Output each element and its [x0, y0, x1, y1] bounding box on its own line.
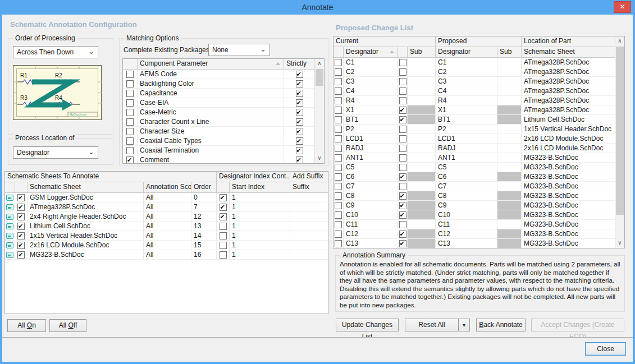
- row-select-checkbox[interactable]: [335, 202, 342, 209]
- change-row[interactable]: C2 C2 ATmega328P.SchDoc: [334, 67, 615, 77]
- sub-part-checkbox[interactable]: [399, 164, 406, 171]
- proposed-sub-column-header[interactable]: Sub: [497, 47, 522, 57]
- param-strictly-checkbox[interactable]: [296, 90, 303, 97]
- reset-all-dropdown-icon[interactable]: ▾: [458, 319, 469, 331]
- param-table-row[interactable]: Backlighting Color: [123, 79, 314, 89]
- reset-all-button[interactable]: Reset All ▾: [405, 319, 470, 331]
- sub-part-checkbox[interactable]: [399, 87, 406, 95]
- change-row[interactable]: C9 C9 MG323-B.SchDoc: [334, 201, 615, 210]
- change-row[interactable]: C7 C7 MG323-B.SchDoc: [334, 182, 615, 191]
- param-strictly-checkbox[interactable]: [296, 80, 303, 87]
- current-designator-column-header[interactable]: Designator: [344, 47, 398, 57]
- param-use-checkbox[interactable]: [126, 109, 134, 116]
- close-icon[interactable]: ✕: [614, 1, 631, 13]
- change-row[interactable]: X1 X1 ATmega328P.SchDoc: [334, 105, 615, 115]
- sub-part-checkbox[interactable]: [399, 59, 406, 66]
- row-select-checkbox[interactable]: [335, 107, 342, 114]
- change-row[interactable]: R4 R4 ATmega328P.SchDoc: [334, 96, 615, 105]
- proposed-designator-column-header[interactable]: Designator: [436, 47, 497, 57]
- row-select-checkbox[interactable]: [335, 97, 342, 104]
- change-row[interactable]: C5 C5 MG323-B.SchDoc: [334, 163, 615, 172]
- param-table-row[interactable]: Coaxial Termination: [123, 146, 314, 155]
- param-strictly-checkbox[interactable]: [296, 147, 303, 154]
- sub-part-checkbox[interactable]: [399, 202, 406, 209]
- sub-part-checkbox[interactable]: [399, 192, 406, 200]
- sheet-row[interactable]: ATmega328P.SchDoc All 7 1: [5, 202, 328, 212]
- change-row[interactable]: C13 C13 MG323-B.SchDoc: [334, 239, 615, 248]
- schematic-sheet-column-header[interactable]: Schematic Sheet: [522, 47, 615, 57]
- sheet-enable-checkbox[interactable]: [17, 194, 25, 201]
- change-row[interactable]: C6 C6 MG323-B.SchDoc: [334, 172, 615, 182]
- sub-part-checkbox[interactable]: [399, 116, 406, 123]
- titlebar[interactable]: Annotate ✕: [0, 0, 635, 15]
- sheet-enable-checkbox[interactable]: [17, 213, 25, 220]
- row-select-checkbox[interactable]: [335, 145, 342, 152]
- param-strictly-checkbox[interactable]: [296, 118, 303, 126]
- change-row[interactable]: P2 P2 1x15 Vertical Header.SchDoc: [334, 125, 615, 134]
- sheet-enable-checkbox[interactable]: [17, 242, 25, 249]
- scroll-up-icon[interactable]: ∧: [615, 36, 624, 46]
- row-select-checkbox[interactable]: [335, 164, 342, 171]
- all-on-button[interactable]: All On: [7, 319, 46, 332]
- change-row[interactable]: LCD1 LCD1 2x16 LCD Module.SchDoc: [334, 134, 615, 144]
- sub-part-checkbox[interactable]: [399, 173, 406, 181]
- all-off-button[interactable]: All Off: [49, 319, 86, 332]
- param-strictly-checkbox[interactable]: [296, 156, 303, 164]
- param-strictly-checkbox[interactable]: [296, 99, 303, 107]
- row-select-checkbox[interactable]: [335, 135, 342, 142]
- param-use-checkbox[interactable]: [126, 90, 134, 97]
- param-table-row[interactable]: Capacitance: [123, 89, 314, 98]
- param-use-checkbox[interactable]: [126, 147, 134, 154]
- row-select-checkbox[interactable]: [335, 231, 342, 238]
- row-select-checkbox[interactable]: [335, 192, 342, 200]
- scrollbar-thumb[interactable]: [316, 69, 323, 86]
- change-row[interactable]: C3 C3 ATmega328P.SchDoc: [334, 77, 615, 86]
- change-row[interactable]: C1 C1 ATmega328P.SchDoc: [334, 58, 615, 67]
- change-row[interactable]: ANT1 ANT1 MG323-B.SchDoc: [334, 153, 615, 163]
- param-use-checkbox[interactable]: [126, 137, 134, 145]
- param-strictly-column-header[interactable]: Strictly: [284, 59, 314, 69]
- change-row[interactable]: C4 C4 ATmega328P.SchDoc: [334, 86, 615, 96]
- sub-part-checkbox[interactable]: [399, 221, 406, 228]
- sub-part-checkbox[interactable]: [399, 145, 406, 152]
- sheet-row[interactable]: GSM Logger.SchDoc All 0 1: [5, 193, 328, 202]
- sheet-row[interactable]: 2x16 LCD Module.SchDoc All 15 1: [5, 241, 328, 250]
- suffix-column-header[interactable]: Suffix: [290, 182, 328, 192]
- row-select-checkbox[interactable]: [335, 87, 342, 95]
- scroll-down-icon[interactable]: ∨: [615, 238, 624, 248]
- row-select-checkbox[interactable]: [335, 126, 342, 133]
- param-strictly-checkbox[interactable]: [296, 137, 303, 145]
- change-row[interactable]: C11 C11 MG323-B.SchDoc: [334, 220, 615, 229]
- row-select-checkbox[interactable]: [335, 59, 342, 66]
- change-row[interactable]: C12 C12 MG323-B.SchDoc: [334, 229, 615, 239]
- start-index-checkbox[interactable]: [220, 242, 227, 249]
- row-select-checkbox[interactable]: [335, 173, 342, 181]
- annotation-scope-column-header[interactable]: Annotation Scope: [144, 182, 191, 192]
- order-column-header[interactable]: Order: [191, 182, 217, 192]
- close-button[interactable]: Close: [585, 342, 626, 356]
- complete-existing-packages-select[interactable]: None ⌄: [208, 44, 270, 56]
- param-use-checkbox[interactable]: [126, 80, 134, 87]
- sheet-enable-checkbox[interactable]: [17, 232, 25, 239]
- param-use-checkbox[interactable]: [126, 118, 134, 126]
- sheet-row[interactable]: Lithium Cell.SchDoc All 13 1: [5, 222, 328, 231]
- sheet-enable-checkbox[interactable]: [17, 223, 25, 230]
- start-index-checkbox[interactable]: [220, 232, 227, 239]
- param-table-row[interactable]: AEMS Code: [123, 70, 314, 79]
- row-select-checkbox[interactable]: [335, 240, 342, 247]
- sub-part-checkbox[interactable]: [399, 135, 406, 142]
- sub-part-checkbox[interactable]: [399, 183, 406, 190]
- row-select-checkbox[interactable]: [335, 221, 342, 228]
- scroll-down-icon[interactable]: ∨: [315, 154, 324, 163]
- row-select-checkbox[interactable]: [335, 211, 342, 219]
- param-strictly-checkbox[interactable]: [296, 128, 303, 135]
- row-select-checkbox[interactable]: [335, 68, 342, 76]
- scroll-up-icon[interactable]: ∧: [315, 59, 324, 68]
- start-index-checkbox[interactable]: [220, 251, 227, 259]
- start-index-checkbox[interactable]: [220, 223, 227, 230]
- sub-part-checkbox[interactable]: [399, 126, 406, 133]
- sub-part-checkbox[interactable]: [399, 97, 406, 104]
- change-row[interactable]: BT1 BT1 Lithium Cell.SchDoc: [334, 115, 615, 125]
- row-select-checkbox[interactable]: [335, 78, 342, 85]
- param-table-row[interactable]: Character Size: [123, 127, 314, 136]
